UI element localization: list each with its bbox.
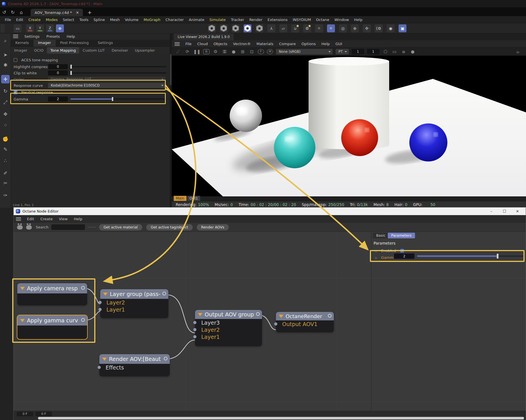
collapse-triangle-icon[interactable] (20, 287, 25, 290)
global-axis-button[interactable]: ⊕ (56, 24, 64, 32)
pick-focus-icon[interactable]: ⊡ (249, 49, 255, 54)
ne-menu-help[interactable]: Help (71, 217, 85, 221)
output-port[interactable] (328, 314, 332, 318)
subtab-upsampler[interactable]: Upsampler (131, 47, 158, 54)
new-tab-button[interactable]: + (87, 9, 92, 16)
menu-spline[interactable]: Spline (91, 18, 108, 22)
node-octane-render[interactable]: OctaneRender Output AOV1 (276, 312, 334, 332)
node-input-row[interactable]: Layer2 (195, 326, 262, 333)
input-port[interactable] (98, 366, 101, 369)
highlight-value[interactable]: 0 (48, 64, 68, 69)
subtab-denoiser[interactable]: Denoiser (108, 47, 131, 54)
menu-character[interactable]: Character (163, 18, 186, 22)
menu-insydium[interactable]: INSYDIUM (290, 18, 313, 22)
tab-main[interactable]: Main (174, 196, 186, 201)
menu-octane[interactable]: Octane (313, 18, 332, 22)
tab-post-processing[interactable]: Post Processing (56, 40, 93, 47)
render-aovs-button[interactable]: Render AOVs (197, 224, 229, 230)
tab-kernels[interactable]: Kernels (11, 40, 33, 47)
collapse-triangle-icon[interactable] (198, 313, 202, 316)
restart-render-icon[interactable]: ⟳ (184, 49, 190, 54)
material-ball-icon[interactable]: ● (230, 49, 237, 54)
enabled-checkbox[interactable] (400, 249, 404, 253)
output-port[interactable] (162, 292, 166, 295)
aces-checkbox[interactable] (14, 58, 17, 62)
input-port[interactable] (99, 301, 102, 304)
film-settings-icon[interactable]: F (258, 49, 264, 54)
subsample-field[interactable]: 1 (367, 49, 380, 54)
undo-icon[interactable]: ↺ (0, 10, 9, 16)
output-port[interactable] (81, 318, 85, 322)
kernel-mode-dropdown[interactable]: PT (336, 49, 349, 54)
tool-settings-icon[interactable]: ✱ (1, 61, 10, 69)
collapse-triangle-icon[interactable] (103, 293, 108, 296)
menu-render[interactable]: Render (247, 18, 265, 22)
menu-window[interactable]: Window (332, 18, 351, 22)
zoom-tool-icon[interactable]: ⌕ (1, 36, 10, 45)
node-header[interactable]: Render AOV:[Beaut (99, 354, 170, 364)
output-port[interactable] (81, 286, 85, 290)
highlight-slider[interactable] (70, 66, 166, 67)
hamburger-menu-icon[interactable] (13, 35, 18, 38)
polygons-mode-icon[interactable] (232, 24, 240, 32)
node-header[interactable]: Output AOV group (195, 310, 262, 319)
pause-icon[interactable]: ❚❚ (193, 49, 200, 54)
output-port[interactable] (164, 357, 167, 360)
octane-render-icon[interactable]: ☄ (175, 49, 181, 54)
node-input-row[interactable]: Layer2 (100, 299, 168, 306)
keyframe-diamond-icon[interactable]: ◇ (375, 249, 377, 253)
lv-menu-compare[interactable]: Compare (276, 42, 299, 46)
menu-mograph[interactable]: MoGraph (141, 18, 163, 22)
viewport-eye-icon[interactable]: ◉ (387, 24, 395, 32)
gamma-slider[interactable] (70, 98, 166, 100)
clip-slider[interactable] (70, 72, 166, 74)
render-settings-gear-icon[interactable]: ⚙ (212, 49, 219, 54)
lock-resolution-icon[interactable]: ⚿ (221, 49, 228, 54)
gamma-value[interactable]: 2 (48, 96, 68, 102)
model-mode-icon[interactable] (244, 24, 252, 32)
samples-field[interactable]: 1 (352, 49, 364, 54)
ne-menu-view[interactable]: View (56, 217, 71, 221)
node-input-row[interactable]: Layer1 (100, 306, 168, 313)
keyframe-diamond-icon[interactable]: ◇ (375, 256, 377, 260)
footprint-icon[interactable] (26, 225, 32, 230)
subtab-tone-mapping[interactable]: Tone Mapping (47, 47, 79, 54)
output-port[interactable] (256, 312, 260, 316)
node-apply-gamma-curve[interactable]: Apply gamma curv (17, 315, 87, 339)
node-render-aov-beauty[interactable]: Render AOV:[Beaut Effects (99, 354, 170, 376)
axis-mode-icon[interactable]: ⅄ (267, 24, 275, 32)
maximize-button[interactable]: ☐ (498, 207, 511, 215)
symmetry-icon[interactable]: ✣ (363, 24, 371, 32)
settings-menu-presets[interactable]: Presets (43, 34, 63, 39)
ne-menu-create[interactable]: Create (37, 217, 56, 221)
minimize-button[interactable]: – (485, 207, 498, 215)
node-editor-titlebar[interactable]: Octane Node Editor – ☐ ✕ (14, 207, 526, 215)
close-tab-icon[interactable]: ✕ (76, 10, 79, 15)
close-button[interactable]: ✕ (511, 207, 524, 215)
collapse-triangle-icon[interactable] (279, 315, 283, 318)
ne-menu-edit[interactable]: Edit (24, 217, 37, 221)
input-port[interactable] (193, 335, 196, 338)
gamma-param-slider-handle[interactable] (497, 254, 498, 259)
document-tab[interactable]: AOV_Tonemap.c4d * ✕ (31, 9, 83, 16)
spline-pen-icon[interactable]: ✑ (1, 191, 10, 200)
menu-file[interactable]: File (2, 18, 14, 22)
input-port[interactable] (193, 328, 196, 331)
node-layer-group[interactable]: Layer group (pass- Layer2 Layer1 (100, 289, 168, 318)
select-tool-icon[interactable]: ➤ (1, 51, 10, 59)
texture-mode-icon[interactable] (255, 24, 263, 32)
lv-menu-cloud[interactable]: Cloud (194, 42, 211, 46)
get-active-material-button[interactable]: Get active material (99, 224, 142, 230)
menu-tracker[interactable]: Tracker (228, 18, 247, 22)
node-apply-camera-response[interactable]: Apply camera resp (17, 283, 87, 305)
home-icon[interactable]: ⌂ (17, 10, 26, 16)
brush-tool-icon[interactable]: ✐ (1, 169, 10, 177)
z-axis-button[interactable]: Z (46, 24, 54, 32)
node-header[interactable]: OctaneRender (276, 312, 334, 320)
node-header[interactable]: Apply gamma curv (17, 315, 87, 326)
snap-settings-icon[interactable]: ⚙ (303, 24, 311, 32)
node-header[interactable]: Apply camera resp (17, 283, 87, 293)
y-axis-button[interactable]: Y (36, 24, 44, 32)
node-input-row[interactable]: Layer1 (195, 333, 262, 340)
object-hexagon-icon[interactable]: ⬡ (382, 49, 389, 54)
